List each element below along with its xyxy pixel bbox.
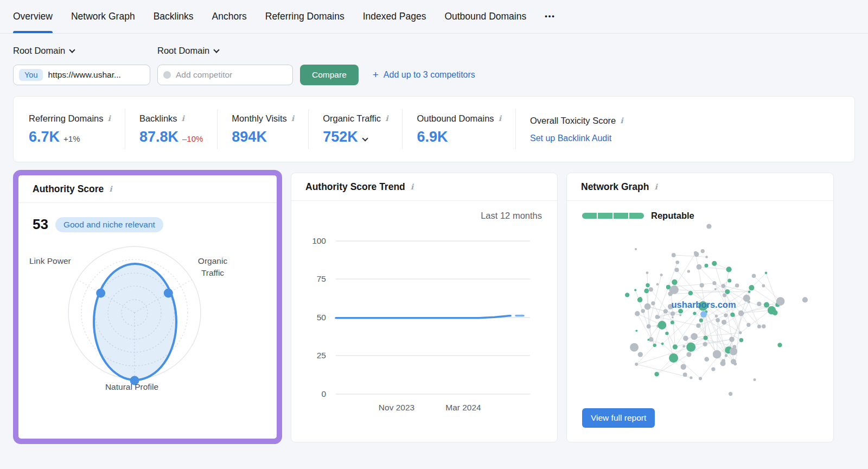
network-node[interactable] xyxy=(690,376,692,379)
network-node[interactable] xyxy=(729,392,732,396)
info-icon[interactable]: i xyxy=(654,183,657,191)
network-node[interactable] xyxy=(725,289,730,294)
network-node[interactable] xyxy=(722,320,726,325)
info-icon[interactable]: i xyxy=(411,183,413,191)
tab-outbound-domains[interactable]: Outbound Domains xyxy=(444,11,526,33)
network-node[interactable] xyxy=(713,352,717,356)
network-node[interactable] xyxy=(688,291,693,296)
network-node[interactable] xyxy=(658,321,667,329)
network-node[interactable] xyxy=(802,297,808,302)
network-node[interactable] xyxy=(712,261,717,266)
network-node[interactable] xyxy=(716,318,720,322)
network-node[interactable] xyxy=(651,301,655,305)
network-node[interactable] xyxy=(711,367,715,371)
tab-network-graph[interactable]: Network Graph xyxy=(71,11,135,33)
info-icon[interactable]: i xyxy=(182,115,184,122)
network-node[interactable] xyxy=(635,311,640,316)
network-node[interactable] xyxy=(663,309,668,313)
network-node[interactable] xyxy=(723,293,726,297)
network-node[interactable] xyxy=(746,323,750,327)
network-node[interactable] xyxy=(726,267,732,272)
tab-anchors[interactable]: Anchors xyxy=(212,11,247,33)
more-tabs-icon[interactable]: ••• xyxy=(545,12,556,33)
compare-button[interactable]: Compare xyxy=(300,65,359,85)
you-domain-input[interactable]: You https://www.ushar... xyxy=(13,65,150,85)
network-node[interactable] xyxy=(776,297,785,306)
info-icon[interactable]: i xyxy=(109,185,112,193)
add-competitor-input[interactable]: Add competitor xyxy=(157,65,293,85)
network-node[interactable] xyxy=(749,285,754,290)
network-node[interactable] xyxy=(731,359,736,364)
network-node[interactable] xyxy=(764,302,769,308)
network-node[interactable] xyxy=(748,290,751,293)
network-node[interactable] xyxy=(754,378,756,381)
network-node[interactable] xyxy=(665,332,668,335)
network-node[interactable] xyxy=(757,302,761,306)
add-competitors-link[interactable]: + Add up to 3 competitors xyxy=(373,69,475,81)
network-node[interactable] xyxy=(691,333,698,340)
you-scope-dropdown[interactable]: Root Domain xyxy=(13,46,157,56)
tab-overview[interactable]: Overview xyxy=(13,11,53,33)
network-node[interactable] xyxy=(635,329,637,332)
network-node[interactable] xyxy=(762,325,766,329)
network-node[interactable] xyxy=(762,284,765,288)
network-node[interactable] xyxy=(673,345,678,350)
network-node[interactable] xyxy=(660,274,663,276)
network-node[interactable] xyxy=(696,324,700,328)
network-node[interactable] xyxy=(704,335,708,340)
tab-referring-domains[interactable]: Referring Domains xyxy=(265,11,344,33)
network-node[interactable] xyxy=(672,280,677,285)
network-node[interactable] xyxy=(743,295,750,302)
network-node[interactable] xyxy=(641,309,645,313)
metric-value[interactable]: 6.7K xyxy=(29,129,60,145)
network-node[interactable] xyxy=(649,337,654,342)
radar-point-organic-traffic[interactable] xyxy=(164,289,173,298)
network-node[interactable] xyxy=(706,224,711,229)
network-node[interactable] xyxy=(739,338,744,343)
network-node[interactable] xyxy=(644,289,649,294)
network-node[interactable] xyxy=(724,313,727,317)
network-node[interactable] xyxy=(722,284,726,288)
network-node[interactable] xyxy=(679,314,681,316)
view-full-report-button[interactable]: View full report xyxy=(582,408,655,428)
chevron-down-icon[interactable] xyxy=(362,135,368,141)
network-node[interactable] xyxy=(644,303,651,310)
network-node[interactable] xyxy=(661,343,664,345)
network-node[interactable] xyxy=(704,357,709,362)
network-node[interactable] xyxy=(730,313,735,317)
network-node[interactable] xyxy=(668,291,672,296)
network-node[interactable] xyxy=(697,264,702,270)
info-icon[interactable]: i xyxy=(291,115,294,122)
network-node[interactable] xyxy=(669,288,673,292)
network-node[interactable] xyxy=(739,331,742,334)
network-node[interactable] xyxy=(752,274,756,278)
network-node[interactable] xyxy=(730,337,734,341)
network-node[interactable] xyxy=(699,377,702,380)
network-node[interactable] xyxy=(687,270,690,272)
network-node[interactable] xyxy=(682,345,685,348)
network-node[interactable] xyxy=(681,364,686,370)
network-node[interactable] xyxy=(635,248,637,250)
network-node[interactable] xyxy=(653,344,656,347)
radar-point-link-power[interactable] xyxy=(96,289,105,298)
metric-value[interactable]: 6.9K xyxy=(417,129,448,145)
metric-value[interactable]: 752K xyxy=(323,129,358,145)
network-node[interactable] xyxy=(701,249,705,253)
network-node[interactable] xyxy=(777,343,782,347)
network-node[interactable] xyxy=(683,372,687,377)
network-node[interactable] xyxy=(725,354,727,357)
network-node[interactable] xyxy=(714,288,717,290)
network-node[interactable] xyxy=(675,268,679,272)
network-node[interactable] xyxy=(678,309,683,314)
info-icon[interactable]: i xyxy=(108,115,111,122)
competitor-scope-dropdown[interactable]: Root Domain xyxy=(157,46,219,56)
network-node[interactable] xyxy=(655,315,660,319)
network-node[interactable] xyxy=(715,315,718,318)
info-icon[interactable]: i xyxy=(620,117,623,124)
network-node[interactable] xyxy=(672,253,676,257)
network-node[interactable] xyxy=(646,271,649,274)
network-node[interactable] xyxy=(638,352,643,357)
metric-value[interactable]: 894K xyxy=(232,129,267,145)
network-node[interactable] xyxy=(705,264,709,268)
network-node[interactable] xyxy=(686,352,691,357)
